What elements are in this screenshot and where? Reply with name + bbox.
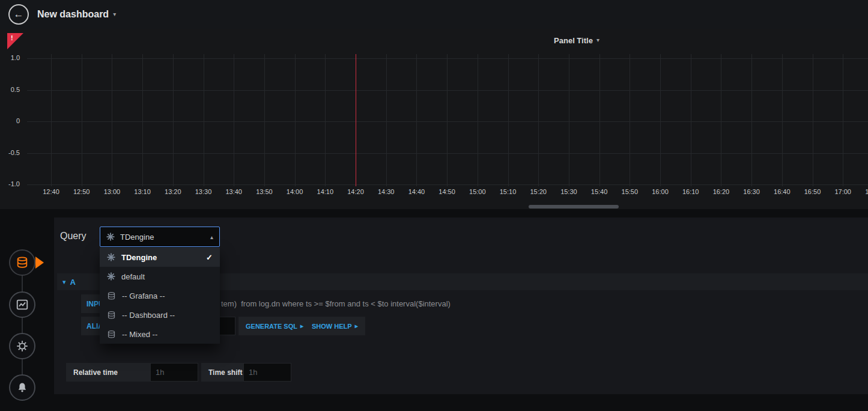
gridline-vertical	[782, 54, 783, 186]
caret-up-icon: ▴	[210, 234, 213, 240]
navbar: ← New dashboard ▾	[0, 0, 868, 29]
gridline-vertical	[204, 54, 204, 186]
gridline-horizontal	[27, 121, 868, 122]
gridline-vertical	[599, 54, 600, 186]
relative-time-label: Relative time	[66, 363, 150, 382]
gear-icon	[16, 339, 29, 353]
back-button[interactable]: ←	[8, 4, 29, 25]
x-tick-label: 13:10	[134, 188, 151, 195]
database-stack-icon	[16, 256, 29, 269]
time-shift-input[interactable]	[243, 363, 291, 382]
datasource-option-tdengine[interactable]: TDengine ✓	[100, 248, 220, 267]
caret-down-icon: ▾	[113, 11, 116, 17]
error-exclamation-icon: !	[11, 34, 13, 41]
gridline-horizontal	[27, 184, 868, 185]
arrow-right-icon: ▸	[300, 323, 303, 329]
sql-query-text[interactable]: tem) from log.dn where ts >= $from and t…	[221, 294, 451, 313]
datasource-select[interactable]: TDengine ▴	[100, 227, 220, 247]
gridline-horizontal	[27, 90, 868, 91]
active-tab-arrow-icon	[35, 257, 44, 269]
datasource-option-dashboard[interactable]: -- Dashboard --	[100, 305, 220, 324]
gridline-vertical	[386, 54, 387, 186]
gridline-vertical	[569, 54, 569, 186]
panel-title: Panel Title	[554, 36, 593, 45]
x-tick-label: 14:20	[347, 188, 364, 195]
y-tick-label: 0.5	[0, 86, 20, 93]
gridline-vertical	[264, 54, 265, 186]
x-tick-label: 17:00	[834, 188, 851, 195]
x-tick-label: 13:40	[225, 188, 242, 195]
x-tick-label: 15:00	[469, 188, 486, 195]
x-tick-label: 13:50	[256, 188, 273, 195]
horizontal-scrollbar[interactable]	[529, 205, 619, 209]
gridline-vertical	[142, 54, 143, 186]
x-tick-label: 15:20	[530, 188, 547, 195]
gridline-vertical	[508, 54, 509, 186]
collapse-caret-icon: ▾	[62, 278, 66, 286]
x-tick-label: 14:50	[439, 188, 455, 195]
gridline-vertical	[538, 54, 539, 186]
dashboard-title-menu[interactable]: New dashboard ▾	[37, 9, 116, 20]
graph-panel: ! Panel Title ▾ 1.00.50-0.5-1.0 12:4012:…	[0, 29, 868, 209]
gridline-vertical	[721, 54, 721, 186]
x-tick-label: 16:30	[743, 188, 760, 195]
x-tick-label: 14:00	[287, 188, 303, 195]
tab-connector-line	[22, 263, 23, 388]
gridline-vertical	[416, 54, 417, 186]
tab-queries[interactable]	[9, 249, 35, 276]
gridline-vertical	[478, 54, 478, 186]
gridline-vertical	[813, 54, 813, 186]
generate-sql-button[interactable]: GENERATE SQL ▸	[238, 317, 311, 335]
gridline-vertical	[630, 54, 630, 186]
y-tick-label: 1.0	[0, 54, 20, 61]
query-section-label: Query	[60, 231, 86, 242]
x-tick-label: 16:50	[804, 188, 821, 195]
plot-area	[27, 54, 868, 186]
datasource-option-default[interactable]: default	[100, 267, 220, 286]
datasource-option-mixed[interactable]: -- Mixed --	[100, 324, 220, 344]
gridline-vertical	[51, 54, 52, 186]
gridline-vertical	[234, 54, 234, 186]
tdengine-plugin-icon	[107, 253, 115, 261]
tab-general[interactable]	[9, 333, 35, 359]
time-marker	[356, 54, 356, 186]
relative-time-input[interactable]	[150, 363, 198, 382]
gridline-vertical	[660, 54, 661, 186]
x-tick-label: 16:20	[713, 188, 730, 195]
gridline-vertical	[112, 54, 112, 186]
x-tick-label: 13:00	[104, 188, 121, 195]
y-tick-label: -1.0	[0, 180, 20, 187]
tdengine-plugin-icon	[106, 233, 115, 241]
x-tick-label: 12:50	[73, 188, 90, 195]
x-tick-label: 16:00	[652, 188, 669, 195]
gridline-vertical	[82, 54, 82, 186]
y-axis: 1.00.50-0.5-1.0	[0, 54, 23, 190]
arrow-right-icon: ▸	[355, 323, 358, 329]
panel-title-menu[interactable]: Panel Title ▾	[517, 35, 637, 46]
x-tick-label: 15:30	[560, 188, 577, 195]
tdengine-plugin-icon	[107, 272, 115, 281]
x-axis: 12:4012:5013:0013:1013:2013:3013:4013:50…	[27, 187, 868, 198]
panel-error-corner-icon	[7, 33, 23, 49]
caret-down-icon: ▾	[596, 37, 599, 43]
x-tick-label: 14:10	[317, 188, 334, 195]
x-tick-label: 15:40	[591, 188, 608, 195]
tab-visualization[interactable]	[9, 291, 35, 318]
datasource-selected-value: TDengine	[120, 233, 154, 242]
x-tick-label: 16:10	[682, 188, 699, 195]
x-tick-label: 14:30	[378, 188, 395, 195]
database-icon	[107, 330, 116, 339]
chart-icon	[16, 298, 29, 311]
database-icon	[107, 311, 116, 320]
gridline-horizontal	[27, 58, 868, 59]
gridline-horizontal	[27, 153, 868, 154]
tab-alert[interactable]	[9, 374, 35, 401]
datasource-option-grafana[interactable]: -- Grafana --	[100, 286, 220, 305]
check-icon: ✓	[206, 253, 213, 262]
back-arrow-icon: ←	[14, 8, 24, 20]
x-tick-label: 17:10	[865, 188, 868, 195]
gridline-vertical	[325, 54, 326, 186]
bell-icon	[16, 382, 28, 394]
show-help-button[interactable]: SHOW HELP ▸	[305, 317, 365, 335]
x-tick-label: 13:20	[165, 188, 181, 195]
